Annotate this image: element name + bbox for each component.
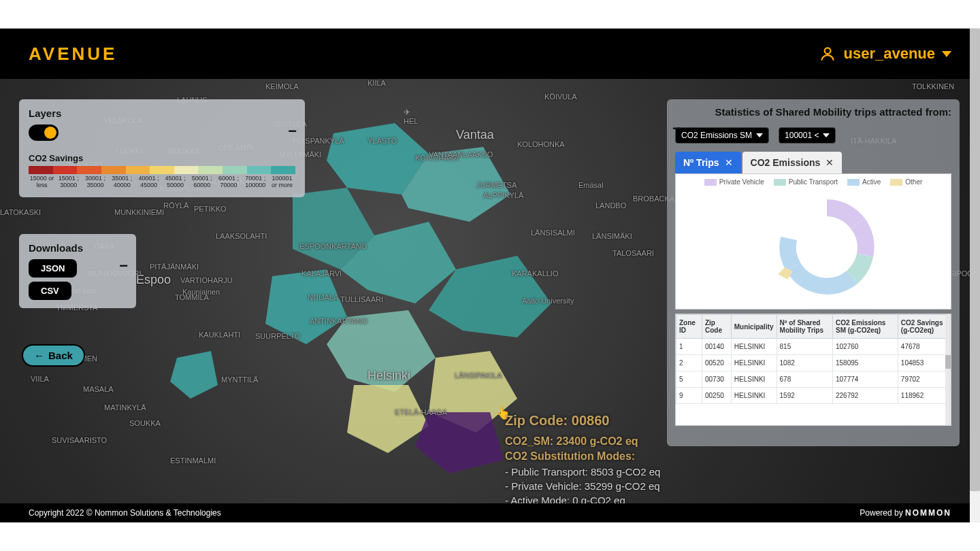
donut-chart: Private VehiclePublic TransportActiveOth… <box>675 173 951 310</box>
page-scroll-thumb[interactable] <box>970 29 980 491</box>
back-label: Back <box>48 350 73 361</box>
legend-labels: 15000 or less15001 ; 3000030001 ; 350003… <box>29 176 295 189</box>
map-label: KÖIVULA <box>544 93 577 101</box>
map-label: KEIMOLA <box>265 82 299 90</box>
back-button[interactable]: ← Back <box>22 344 85 367</box>
collapse-icon[interactable]: − <box>672 120 681 137</box>
map-label: Espoo <box>136 273 171 287</box>
map-label: MATINKYLÄ <box>104 403 146 412</box>
map-label: SOUKKA <box>129 419 161 427</box>
chevron-down-icon <box>823 133 830 137</box>
stats-tab[interactable]: Nº Trips✕ <box>675 152 741 173</box>
map-tooltip: Zip Code: 00860 CO2_SM: 23400 g-CO2 eq C… <box>505 411 660 503</box>
powered-by: Powered by NOMMON <box>860 508 951 518</box>
tooltip-title: Zip Code: 00860 <box>505 411 660 430</box>
copyright-text: Copyright 2022 © Nommon Solutions & Tech… <box>29 508 221 518</box>
table-row[interactable]: 200520HELSINKI1082158095104853 <box>676 355 951 371</box>
donut-svg <box>676 186 951 301</box>
map-label: KIILA <box>368 79 386 87</box>
svg-point-0 <box>825 48 831 54</box>
download-csv-button[interactable]: CSV <box>29 282 71 300</box>
username-label: user_avenue <box>843 45 935 63</box>
logo: AVENUE <box>29 44 117 65</box>
range-select[interactable]: 100001 < <box>779 127 836 144</box>
user-icon <box>819 45 836 63</box>
layer-toggle[interactable] <box>29 124 59 141</box>
app-root: AVENUE user_avenue Vanta <box>0 29 980 522</box>
table-row[interactable]: 900250HELSINKI1592226792118962 <box>676 388 951 404</box>
metric-select[interactable]: CO2 Emissions SM <box>675 127 769 144</box>
map-label: MASALA <box>83 385 114 393</box>
map-canvas[interactable]: Vantaa Espoo Helsinki Kauniainen HEL ✈ K… <box>0 79 980 503</box>
download-json-button[interactable]: JSON <box>29 259 77 278</box>
map-label: LATOKASKI <box>0 208 41 216</box>
map-label: SUVISAARISTO <box>52 436 107 444</box>
chart-legend: Private VehiclePublic TransportActiveOth… <box>676 174 951 186</box>
close-icon[interactable]: ✕ <box>725 157 733 168</box>
tooltip-line: - Active Mode: 0 g-CO2 eq <box>505 493 660 503</box>
collapse-icon[interactable]: − <box>119 257 128 275</box>
tooltip-line: CO2_SM: 23400 g-CO2 eq <box>505 434 660 449</box>
collapse-icon[interactable]: − <box>288 122 297 140</box>
tooltip-line: - Private Vehicle: 35299 g-CO2 eq <box>505 479 660 493</box>
app-header: AVENUE user_avenue <box>0 29 980 79</box>
chevron-down-icon <box>756 133 763 137</box>
svg-marker-10 <box>415 412 504 473</box>
airport-icon: ✈ <box>404 107 410 117</box>
stats-panel: Statistics of Shared Mobility trips attr… <box>667 99 960 446</box>
svg-marker-7 <box>327 310 436 392</box>
arrow-left-icon: ← <box>34 350 44 361</box>
legend-colorbar <box>29 166 295 174</box>
browser-chrome-bar <box>0 0 980 29</box>
tooltip-line: CO2 Substitution Modes: <box>505 449 660 464</box>
chevron-down-icon <box>942 51 951 57</box>
map-label: MUNKKINIEMI <box>114 208 164 216</box>
app-footer: Copyright 2022 © Nommon Solutions & Tech… <box>0 503 980 522</box>
stats-tabs: Nº Trips✕CO2 Emissions✕ <box>675 152 951 173</box>
user-menu[interactable]: user_avenue <box>819 45 951 63</box>
stats-table[interactable]: Zone IDZip CodeMunicipalityNº of Shared … <box>675 314 951 426</box>
table-row[interactable]: 500730HELSINKI67810777479702 <box>676 371 951 388</box>
svg-marker-11 <box>170 351 218 399</box>
downloads-title: Downloads <box>29 242 127 254</box>
stats-title: Statistics of Shared Mobility trips attr… <box>675 106 951 118</box>
map-label: TOLKKINEN <box>912 82 954 90</box>
stats-tab[interactable]: CO2 Emissions✕ <box>742 152 843 173</box>
table-scroll-thumb[interactable] <box>945 355 951 369</box>
toggle-knob <box>44 127 56 139</box>
downloads-panel: Downloads − JSON CSV <box>19 234 136 308</box>
tooltip-line: - Public Transport: 8503 g-CO2 eq <box>505 465 660 479</box>
table-row[interactable]: 100140HELSINKI81510276047678 <box>676 339 951 355</box>
close-icon[interactable]: ✕ <box>826 157 834 168</box>
layers-title: Layers <box>29 107 295 119</box>
map-label: VIILA <box>31 375 49 383</box>
svg-marker-6 <box>265 269 347 344</box>
table-scrollbar[interactable] <box>945 314 951 425</box>
legend-title: CO2 Savings <box>29 153 295 163</box>
layers-panel: Layers − CO2 Savings 15000 or less15001 … <box>19 99 305 197</box>
